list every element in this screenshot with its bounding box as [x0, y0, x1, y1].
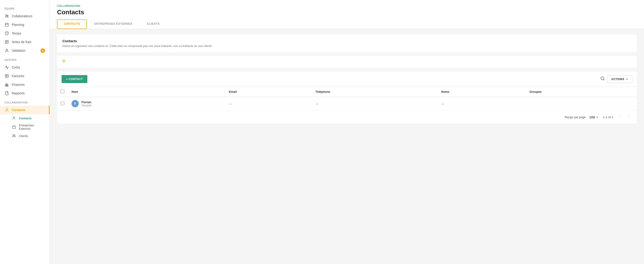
- sidebar-sub-clients[interactable]: Clients: [12, 132, 50, 140]
- tabs-bar: CONTACTS ENTREPRISES EXTERNES CLIENTS: [57, 20, 637, 29]
- row-checkbox-cell: [57, 97, 68, 111]
- row-email-cell: ---: [226, 97, 312, 111]
- svg-rect-17: [6, 84, 6, 86]
- sidebar-section-collaboration: COLLABORATION: [0, 97, 50, 106]
- sidebar-section-gestion: GESTION: [0, 55, 50, 63]
- sub-entreprises-icon: [12, 125, 16, 129]
- pagination-range: 1–1 of 1: [602, 115, 613, 119]
- collaborateurs-icon: [4, 14, 9, 18]
- sidebar-sub-entreprises-label: Entreprises Externes: [19, 123, 45, 130]
- add-contact-button[interactable]: + CONTACT: [62, 75, 87, 83]
- tab-contacts[interactable]: CONTACTS: [57, 20, 87, 29]
- sidebar-item-validation[interactable]: Validation 4: [0, 46, 50, 55]
- content-area: Contacts Gérez et organisez vos contacts…: [50, 29, 644, 264]
- col-groupes: Groupes: [526, 87, 637, 97]
- couts-icon: [4, 65, 9, 70]
- toolbar-right: ACTIONS: [600, 75, 632, 83]
- svg-point-27: [601, 77, 604, 80]
- sidebar-item-notes-frais[interactable]: Notes de frais: [0, 38, 50, 46]
- row-notes-cell: ---: [438, 97, 526, 111]
- rows-per-page-select[interactable]: 100: [589, 115, 599, 119]
- sidebar-sub-contacts-label: Contacts: [19, 116, 32, 120]
- sidebar-item-label: Notes de frais: [12, 40, 31, 44]
- table-toolbar: + CONTACT ACTIONS: [57, 71, 637, 87]
- col-email: Email: [226, 87, 312, 97]
- pagination: Rangs par page 100 1–1 of 1: [57, 111, 637, 123]
- sidebar-sub-entreprises[interactable]: Entreprises Externes: [12, 122, 50, 132]
- filter-icon[interactable]: [62, 59, 66, 65]
- sidebar-item-planning[interactable]: Planning: [0, 20, 50, 29]
- pagination-nav: [617, 114, 632, 120]
- prev-page-button[interactable]: [617, 114, 624, 120]
- main-content: COLLABORATION Contacts CONTACTS ENTREPRI…: [50, 0, 644, 264]
- sidebar-sub-contacts[interactable]: Contacts: [12, 114, 50, 122]
- sidebar-item-finances[interactable]: Finances: [0, 80, 50, 89]
- info-box-title: Contacts: [62, 39, 631, 43]
- sidebar-item-temps[interactable]: Temps: [0, 29, 50, 38]
- contacts-icon: [4, 108, 9, 112]
- row-phone-cell: ---: [312, 97, 438, 111]
- sub-clients-icon: [12, 134, 16, 138]
- sub-contacts-icon: [12, 116, 16, 120]
- validation-icon: [4, 48, 9, 53]
- contact-info: Florian Stargate: [82, 100, 92, 107]
- contact-avatar: F: [72, 100, 79, 107]
- actions-button[interactable]: ACTIONS: [608, 75, 632, 83]
- contacts-table: Nom Email Téléphone Notes Groupes F Flor…: [57, 87, 637, 111]
- breadcrumb: COLLABORATION: [57, 5, 637, 7]
- rows-per-page-label: Rangs par page: [564, 115, 586, 119]
- row-checkbox[interactable]: [61, 102, 64, 105]
- sidebar-item-couts[interactable]: Coûts: [0, 63, 50, 72]
- search-button[interactable]: [600, 76, 605, 82]
- sidebar-item-label: Validation: [12, 49, 25, 52]
- next-page-button[interactable]: [625, 114, 632, 120]
- svg-line-28: [603, 79, 604, 80]
- sidebar-sub-clients-label: Clients: [19, 134, 28, 138]
- svg-rect-19: [8, 85, 8, 86]
- sidebar-item-label: Collaborateurs: [12, 14, 32, 18]
- col-nom: Nom: [68, 87, 226, 97]
- sidebar-item-label: Rapports: [12, 91, 25, 95]
- contact-company: Stargate: [82, 104, 92, 107]
- sidebar-item-label: Temps: [12, 32, 21, 35]
- page-title: Contacts: [57, 9, 637, 16]
- temps-icon: [4, 31, 9, 36]
- tab-clients[interactable]: CLIENTS: [140, 20, 167, 29]
- sidebar-item-label: Coûts: [12, 66, 20, 69]
- sidebar-item-factures[interactable]: Factures: [0, 72, 50, 80]
- select-all-checkbox[interactable]: [61, 90, 64, 93]
- info-box: Contacts Gérez et organisez vos contacts…: [57, 35, 637, 52]
- notes-frais-icon: [4, 40, 9, 44]
- sidebar-sub-items: Contacts Entreprises Externes Clients: [0, 114, 50, 140]
- validation-badge: 4: [40, 48, 45, 53]
- col-notes: Notes: [438, 87, 526, 97]
- sidebar-item-collaborateurs[interactable]: Collaborateurs: [0, 12, 50, 20]
- planning-icon: [4, 23, 9, 27]
- sidebar-item-label: Contacts: [12, 108, 25, 112]
- table-row[interactable]: F Florian Stargate --- --- ---: [57, 97, 637, 111]
- row-name-cell: F Florian Stargate: [68, 97, 226, 111]
- sidebar: ÉQUIPE Collaborateurs Planning Temps Not…: [0, 0, 50, 264]
- sidebar-item-label: Planning: [12, 23, 24, 27]
- sidebar-section-equipe: ÉQUIPE: [0, 4, 50, 12]
- table-container: + CONTACT ACTIONS: [57, 71, 637, 123]
- tab-entreprises[interactable]: ENTREPRISES EXTERNES: [87, 20, 140, 29]
- sidebar-item-contacts[interactable]: Contacts: [0, 106, 50, 114]
- filter-bar: [57, 56, 637, 68]
- col-checkbox: [57, 87, 68, 97]
- factures-icon: [4, 74, 9, 78]
- svg-point-1: [7, 15, 8, 16]
- top-area: COLLABORATION Contacts CONTACTS ENTREPRI…: [50, 0, 644, 29]
- svg-point-11: [6, 49, 8, 50]
- row-groups-cell: [526, 97, 637, 111]
- sidebar-item-label: Factures: [12, 74, 24, 78]
- info-box-description: Gérez et organisez vos contacts ici. Cet…: [62, 44, 631, 48]
- svg-rect-22: [12, 126, 16, 128]
- finances-icon: [4, 82, 9, 87]
- sidebar-item-rapports[interactable]: Rapports: [0, 89, 50, 97]
- actions-label: ACTIONS: [612, 78, 624, 81]
- svg-point-21: [13, 117, 14, 118]
- col-telephone: Téléphone: [312, 87, 438, 97]
- svg-point-20: [6, 108, 8, 110]
- svg-point-23: [13, 135, 14, 136]
